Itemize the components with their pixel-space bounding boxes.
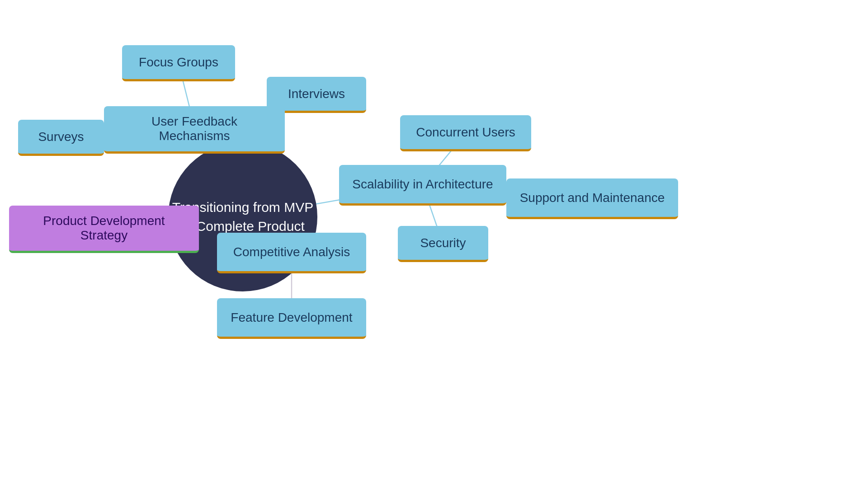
surveys-node[interactable]: Surveys: [18, 120, 104, 156]
focus-groups-node[interactable]: Focus Groups: [122, 45, 235, 81]
scalability-node[interactable]: Scalability in Architecture: [339, 165, 506, 206]
feature-development-node[interactable]: Feature Development: [217, 298, 366, 339]
concurrent-users-node[interactable]: Concurrent Users: [400, 115, 531, 151]
competitive-analysis-node[interactable]: Competitive Analysis: [217, 233, 366, 273]
support-maintenance-node[interactable]: Support and Maintenance: [506, 178, 678, 219]
mindmap-canvas: Transitioning from MVP to Complete Produ…: [0, 0, 868, 488]
product-dev-strategy-node[interactable]: Product Development Strategy: [9, 206, 199, 253]
security-node[interactable]: Security: [398, 226, 488, 262]
user-feedback-node[interactable]: User Feedback Mechanisms: [104, 106, 285, 154]
